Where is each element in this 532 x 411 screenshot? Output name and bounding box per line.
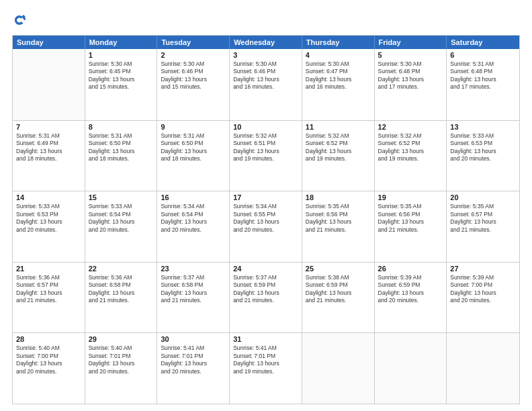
header: [12, 12, 520, 28]
cell-content: Sunrise: 5:31 AM Sunset: 6:49 PM Dayligh…: [16, 132, 81, 163]
cell-content: Sunrise: 5:35 AM Sunset: 6:56 PM Dayligh…: [378, 203, 443, 234]
cal-cell: [302, 333, 375, 404]
cal-cell: 16Sunrise: 5:34 AM Sunset: 6:54 PM Dayli…: [157, 191, 230, 262]
cell-content: Sunrise: 5:35 AM Sunset: 6:57 PM Dayligh…: [450, 203, 516, 234]
cal-cell: 24Sunrise: 5:37 AM Sunset: 6:59 PM Dayli…: [230, 263, 302, 333]
day-number: 12: [378, 123, 443, 131]
logo: [12, 12, 29, 28]
week-row-1: 7Sunrise: 5:31 AM Sunset: 6:49 PM Daylig…: [13, 120, 519, 191]
cal-cell: 31Sunrise: 5:41 AM Sunset: 7:01 PM Dayli…: [230, 333, 302, 404]
day-number: 1: [89, 51, 154, 59]
day-number: 8: [89, 123, 154, 131]
cal-cell: 22Sunrise: 5:36 AM Sunset: 6:58 PM Dayli…: [85, 263, 158, 333]
cell-content: Sunrise: 5:38 AM Sunset: 6:59 PM Dayligh…: [306, 274, 371, 305]
page: SundayMondayTuesdayWednesdayThursdayFrid…: [0, 0, 532, 411]
day-number: 9: [161, 123, 226, 131]
cell-content: Sunrise: 5:30 AM Sunset: 6:47 PM Dayligh…: [306, 60, 371, 91]
day-number: 5: [378, 51, 443, 59]
cal-cell: 17Sunrise: 5:34 AM Sunset: 6:55 PM Dayli…: [230, 191, 302, 262]
header-day-wednesday: Wednesday: [230, 36, 302, 49]
cell-content: Sunrise: 5:30 AM Sunset: 6:45 PM Dayligh…: [89, 60, 154, 91]
cal-cell: [447, 333, 519, 404]
day-number: 21: [16, 265, 81, 273]
day-number: 10: [233, 123, 298, 131]
header-day-sunday: Sunday: [13, 36, 85, 49]
day-number: 27: [450, 265, 516, 273]
day-number: 19: [378, 193, 443, 201]
week-row-0: 1Sunrise: 5:30 AM Sunset: 6:45 PM Daylig…: [13, 49, 519, 120]
day-number: 17: [233, 193, 298, 201]
cell-content: Sunrise: 5:33 AM Sunset: 6:53 PM Dayligh…: [450, 132, 516, 163]
cell-content: Sunrise: 5:32 AM Sunset: 6:52 PM Dayligh…: [306, 132, 371, 163]
cell-content: Sunrise: 5:34 AM Sunset: 6:54 PM Dayligh…: [161, 203, 226, 234]
calendar-body: 1Sunrise: 5:30 AM Sunset: 6:45 PM Daylig…: [13, 49, 519, 404]
cal-cell: 28Sunrise: 5:40 AM Sunset: 7:00 PM Dayli…: [13, 333, 85, 404]
cal-cell: 19Sunrise: 5:35 AM Sunset: 6:56 PM Dayli…: [375, 191, 447, 262]
day-number: 25: [306, 265, 371, 273]
cell-content: Sunrise: 5:30 AM Sunset: 6:46 PM Dayligh…: [161, 60, 226, 91]
cal-cell: 13Sunrise: 5:33 AM Sunset: 6:53 PM Dayli…: [447, 121, 519, 191]
cell-content: Sunrise: 5:33 AM Sunset: 6:53 PM Dayligh…: [16, 203, 81, 234]
cell-content: Sunrise: 5:31 AM Sunset: 6:50 PM Dayligh…: [161, 132, 226, 163]
cell-content: Sunrise: 5:39 AM Sunset: 7:00 PM Dayligh…: [450, 274, 516, 305]
day-number: 13: [450, 123, 516, 131]
cal-cell: 27Sunrise: 5:39 AM Sunset: 7:00 PM Dayli…: [447, 263, 519, 333]
cell-content: Sunrise: 5:34 AM Sunset: 6:55 PM Dayligh…: [233, 203, 298, 234]
week-row-4: 28Sunrise: 5:40 AM Sunset: 7:00 PM Dayli…: [13, 332, 519, 404]
cal-cell: 18Sunrise: 5:35 AM Sunset: 6:56 PM Dayli…: [302, 191, 375, 262]
cal-cell: 15Sunrise: 5:33 AM Sunset: 6:54 PM Dayli…: [85, 191, 158, 262]
cell-content: Sunrise: 5:37 AM Sunset: 6:58 PM Dayligh…: [161, 274, 226, 305]
day-number: 29: [89, 335, 154, 343]
cal-cell: 2Sunrise: 5:30 AM Sunset: 6:46 PM Daylig…: [157, 49, 230, 120]
day-number: 16: [161, 193, 226, 201]
cal-cell: [375, 333, 447, 404]
cal-cell: 9Sunrise: 5:31 AM Sunset: 6:50 PM Daylig…: [157, 121, 230, 191]
day-number: 30: [161, 335, 226, 343]
week-row-2: 14Sunrise: 5:33 AM Sunset: 6:53 PM Dayli…: [13, 191, 519, 262]
cal-cell: 23Sunrise: 5:37 AM Sunset: 6:58 PM Dayli…: [157, 263, 230, 333]
cal-cell: 11Sunrise: 5:32 AM Sunset: 6:52 PM Dayli…: [302, 121, 375, 191]
day-number: 23: [161, 265, 226, 273]
day-number: 4: [306, 51, 371, 59]
day-number: 6: [450, 51, 516, 59]
cal-cell: 29Sunrise: 5:40 AM Sunset: 7:01 PM Dayli…: [85, 333, 158, 404]
calendar-header: SundayMondayTuesdayWednesdayThursdayFrid…: [13, 36, 519, 49]
day-number: 26: [378, 265, 443, 273]
day-number: 2: [161, 51, 226, 59]
cell-content: Sunrise: 5:31 AM Sunset: 6:50 PM Dayligh…: [89, 132, 154, 163]
cal-cell: 12Sunrise: 5:32 AM Sunset: 6:52 PM Dayli…: [375, 121, 447, 191]
cell-content: Sunrise: 5:36 AM Sunset: 6:58 PM Dayligh…: [89, 274, 154, 305]
cell-content: Sunrise: 5:39 AM Sunset: 6:59 PM Dayligh…: [378, 274, 443, 305]
cell-content: Sunrise: 5:33 AM Sunset: 6:54 PM Dayligh…: [89, 203, 154, 234]
header-day-monday: Monday: [85, 36, 158, 49]
day-number: 3: [233, 51, 298, 59]
logo-icon: [12, 13, 27, 28]
header-day-saturday: Saturday: [447, 36, 519, 49]
cal-cell: 20Sunrise: 5:35 AM Sunset: 6:57 PM Dayli…: [447, 191, 519, 262]
cell-content: Sunrise: 5:41 AM Sunset: 7:01 PM Dayligh…: [161, 345, 226, 375]
cal-cell: 6Sunrise: 5:31 AM Sunset: 6:48 PM Daylig…: [447, 49, 519, 120]
day-number: 22: [89, 265, 154, 273]
cal-cell: 30Sunrise: 5:41 AM Sunset: 7:01 PM Dayli…: [157, 333, 230, 404]
cal-cell: 25Sunrise: 5:38 AM Sunset: 6:59 PM Dayli…: [302, 263, 375, 333]
cell-content: Sunrise: 5:37 AM Sunset: 6:59 PM Dayligh…: [233, 274, 298, 305]
cal-cell: [13, 49, 85, 120]
cal-cell: 5Sunrise: 5:30 AM Sunset: 6:48 PM Daylig…: [375, 49, 447, 120]
day-number: 7: [16, 123, 81, 131]
cell-content: Sunrise: 5:32 AM Sunset: 6:51 PM Dayligh…: [233, 132, 298, 163]
header-day-thursday: Thursday: [302, 36, 375, 49]
cell-content: Sunrise: 5:31 AM Sunset: 6:48 PM Dayligh…: [450, 60, 516, 91]
header-day-tuesday: Tuesday: [157, 36, 230, 49]
cell-content: Sunrise: 5:41 AM Sunset: 7:01 PM Dayligh…: [233, 345, 298, 375]
cell-content: Sunrise: 5:30 AM Sunset: 6:46 PM Dayligh…: [233, 60, 298, 91]
day-number: 18: [306, 193, 371, 201]
header-day-friday: Friday: [375, 36, 447, 49]
day-number: 15: [89, 193, 154, 201]
cell-content: Sunrise: 5:32 AM Sunset: 6:52 PM Dayligh…: [378, 132, 443, 163]
cell-content: Sunrise: 5:40 AM Sunset: 7:00 PM Dayligh…: [16, 345, 81, 375]
day-number: 28: [16, 335, 81, 343]
day-number: 24: [233, 265, 298, 273]
cal-cell: 26Sunrise: 5:39 AM Sunset: 6:59 PM Dayli…: [375, 263, 447, 333]
cal-cell: 21Sunrise: 5:36 AM Sunset: 6:57 PM Dayli…: [13, 263, 85, 333]
cal-cell: 8Sunrise: 5:31 AM Sunset: 6:50 PM Daylig…: [85, 121, 158, 191]
